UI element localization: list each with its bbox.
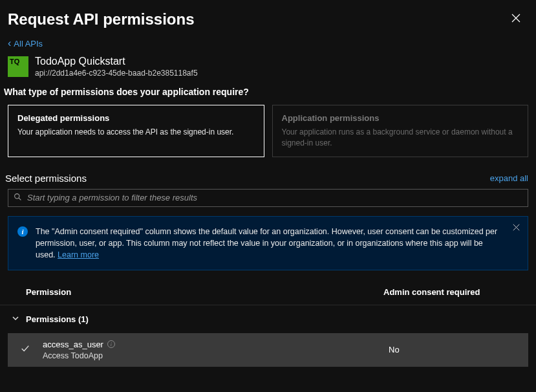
permissions-group-title: Permissions (1) <box>26 314 89 324</box>
banner-close-icon[interactable] <box>513 223 520 233</box>
permission-search-box[interactable] <box>8 189 528 207</box>
admin-consent-info-banner: i The "Admin consent required" column sh… <box>8 216 528 270</box>
permission-info-icon[interactable]: i <box>107 340 115 348</box>
permission-search-input[interactable] <box>27 193 522 202</box>
delegated-card-desc: Your application needs to access the API… <box>17 127 255 138</box>
back-all-apis-link[interactable]: All APIs <box>0 34 50 53</box>
permission-row[interactable]: access_as_user i Access TodoApp No <box>8 333 528 367</box>
application-permissions-card[interactable]: Application permissions Your application… <box>272 105 529 157</box>
delegated-card-title: Delegated permissions <box>17 113 255 123</box>
permission-type-question: What type of permissions does your appli… <box>0 87 536 105</box>
application-card-title: Application permissions <box>282 113 519 123</box>
app-header: TQ TodoApp Quickstart api://2dd1a4e6-c92… <box>0 53 536 87</box>
expand-all-link[interactable]: expand all <box>490 173 528 183</box>
application-card-desc: Your application runs as a background se… <box>282 127 519 149</box>
close-icon[interactable] <box>509 11 523 28</box>
chevron-down-icon <box>12 314 19 324</box>
column-admin-consent: Admin consent required <box>383 287 526 297</box>
svg-point-0 <box>15 193 19 198</box>
svg-line-1 <box>19 198 21 200</box>
permission-checkmark-icon[interactable] <box>21 344 39 355</box>
permissions-table-header: Permission Admin consent required <box>0 282 536 305</box>
app-badge: TQ <box>8 56 28 77</box>
permissions-group-toggle[interactable]: Permissions (1) <box>0 305 536 333</box>
column-permission: Permission <box>26 287 383 297</box>
info-banner-text: The "Admin consent required" column show… <box>36 226 504 261</box>
delegated-permissions-card[interactable]: Delegated permissions Your application n… <box>8 105 264 157</box>
learn-more-link[interactable]: Learn more <box>58 250 99 259</box>
permission-description: Access TodoApp <box>43 351 389 360</box>
select-permissions-heading: Select permissions <box>5 173 87 184</box>
app-name: TodoApp Quickstart <box>35 56 198 67</box>
app-uri: api://2dd1a4e6-c923-45de-baad-b2e385118a… <box>35 69 198 78</box>
permission-admin-consent-value: No <box>389 345 518 354</box>
search-icon <box>14 193 22 203</box>
info-icon: i <box>17 226 28 237</box>
page-title: Request API permissions <box>8 10 195 28</box>
permission-name: access_as_user <box>43 340 103 349</box>
